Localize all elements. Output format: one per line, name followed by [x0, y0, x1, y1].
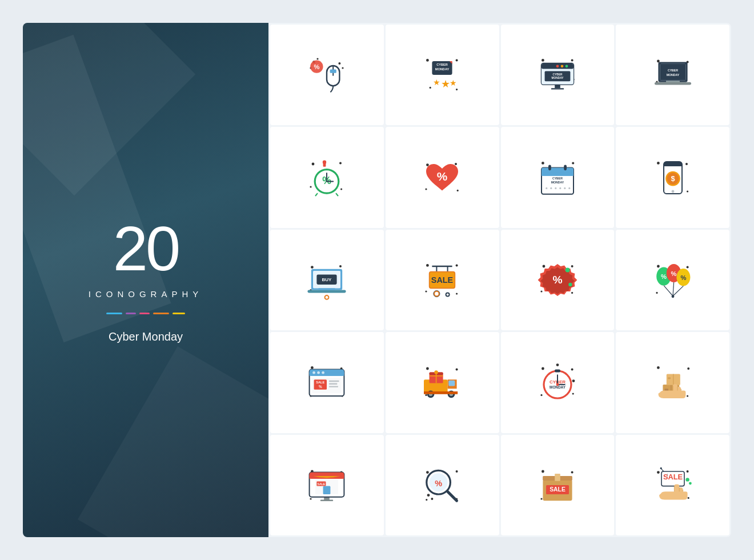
- svg-point-167: [435, 371, 438, 374]
- svg-point-168: [542, 367, 544, 370]
- cyber-timer-icon: CYBER MONDAY: [535, 359, 580, 405]
- svg-point-184: [687, 395, 688, 397]
- svg-rect-9: [330, 70, 336, 73]
- svg-rect-152: [329, 386, 338, 387]
- svg-text:★: ★: [433, 78, 440, 87]
- svg-point-172: [556, 364, 559, 367]
- svg-rect-218: [543, 476, 555, 481]
- svg-point-173: [572, 380, 575, 383]
- svg-point-234: [685, 478, 689, 481]
- svg-rect-97: [319, 288, 335, 290]
- svg-rect-150: [329, 381, 339, 382]
- svg-point-79: [657, 162, 660, 165]
- svg-point-21: [542, 59, 544, 62]
- icon-cell-clock-percent: %: [270, 127, 384, 227]
- svg-text:%: %: [437, 169, 448, 182]
- svg-point-143: [313, 371, 316, 374]
- svg-point-29: [565, 65, 568, 68]
- svg-point-13: [430, 87, 431, 89]
- svg-point-59: [455, 163, 457, 165]
- svg-point-46: [339, 162, 342, 164]
- svg-point-22: [571, 59, 573, 62]
- svg-line-229: [661, 469, 664, 471]
- icon-cell-monitor-cyber: CYBER MONDAY: [501, 25, 615, 125]
- icon-cell-phone-dollar: $: [616, 127, 729, 227]
- phone-dollar-icon: $: [650, 155, 696, 201]
- laptop-cyber-icon: CYBER MONDAY: [650, 52, 696, 98]
- icon-cell-cyber-timer: CYBER MONDAY: [501, 332, 615, 433]
- icon-cell-box-sale: SALE: [501, 435, 615, 535]
- svg-point-111: [435, 292, 438, 295]
- icon-cell-browser-sale: SALE %: [270, 332, 384, 433]
- svg-rect-219: [559, 476, 572, 481]
- icon-cell-delivery-truck: [386, 332, 499, 433]
- svg-point-35: [657, 60, 660, 63]
- svg-rect-44: [666, 81, 680, 82]
- svg-text:MONDAY: MONDAY: [551, 77, 564, 79]
- svg-point-60: [426, 188, 427, 190]
- balloons-percent-icon: % % %: [650, 257, 696, 303]
- clock-percent-icon: %: [304, 155, 350, 201]
- svg-point-48: [340, 188, 342, 190]
- svg-line-128: [664, 286, 673, 296]
- svg-point-78: [568, 187, 570, 189]
- svg-point-3: [339, 62, 341, 65]
- svg-point-99: [326, 296, 328, 299]
- svg-rect-151: [329, 383, 337, 385]
- svg-point-170: [540, 394, 542, 396]
- svg-point-215: [540, 498, 542, 499]
- svg-point-101: [456, 264, 458, 266]
- svg-point-102: [426, 290, 427, 292]
- svg-text:★: ★: [442, 79, 451, 90]
- svg-point-76: [559, 187, 561, 189]
- svg-point-125: [656, 292, 657, 294]
- svg-point-203: [426, 471, 429, 474]
- svg-point-122: [568, 283, 572, 286]
- icon-cell-balloons: % % %: [616, 230, 729, 330]
- svg-rect-181: [555, 370, 560, 373]
- svg-point-121: [565, 267, 569, 272]
- svg-rect-70: [564, 165, 567, 170]
- category-label: ICONOGRAPHY: [89, 289, 203, 299]
- icon-cell-heart-percent: %: [386, 127, 499, 227]
- sale-sign-icon: SALE: [419, 257, 465, 303]
- delivery-truck-icon: [419, 359, 465, 405]
- svg-text:%: %: [435, 478, 442, 487]
- svg-point-223: [657, 471, 660, 474]
- icon-cell-laptop-cyber: CYBER MONDAY: [616, 25, 729, 125]
- svg-rect-190: [668, 378, 671, 379]
- icon-cell-laptop-buy: BUY: [270, 230, 384, 330]
- svg-point-214: [571, 471, 573, 473]
- calendar-cyber-icon: CYBER MONDAY: [535, 155, 580, 201]
- svg-point-74: [550, 187, 552, 189]
- svg-point-154: [456, 369, 458, 371]
- svg-rect-195: [320, 499, 333, 501]
- svg-point-153: [426, 367, 429, 370]
- svg-point-225: [687, 497, 689, 499]
- color-bars: [106, 313, 185, 314]
- svg-point-124: [686, 266, 688, 269]
- sale-hand-icon: | SALE: [650, 462, 696, 508]
- svg-text:%: %: [552, 274, 562, 286]
- icon-cell-percent-badge: %: [501, 230, 615, 330]
- svg-text:%: %: [671, 270, 676, 277]
- svg-rect-157: [448, 381, 455, 386]
- icon-cell-sale-sign: SALE: [386, 230, 499, 330]
- svg-point-85: [671, 190, 674, 193]
- svg-point-90: [339, 265, 342, 267]
- svg-point-27: [556, 65, 559, 68]
- svg-point-89: [311, 266, 314, 269]
- svg-point-11: [456, 59, 458, 62]
- color-bar-pink: [139, 313, 150, 314]
- svg-rect-84: [664, 164, 682, 166]
- svg-text:%: %: [319, 385, 322, 389]
- icon-cell-mouse-percent: %: [270, 25, 384, 125]
- icon-count: 20: [113, 217, 178, 280]
- svg-point-204: [456, 470, 458, 473]
- svg-line-57: [336, 193, 338, 196]
- svg-line-134: [673, 286, 683, 296]
- svg-point-180: [556, 383, 559, 386]
- svg-rect-69: [548, 165, 551, 170]
- svg-point-155: [426, 394, 427, 396]
- pack-title: Cyber Monday: [109, 330, 183, 343]
